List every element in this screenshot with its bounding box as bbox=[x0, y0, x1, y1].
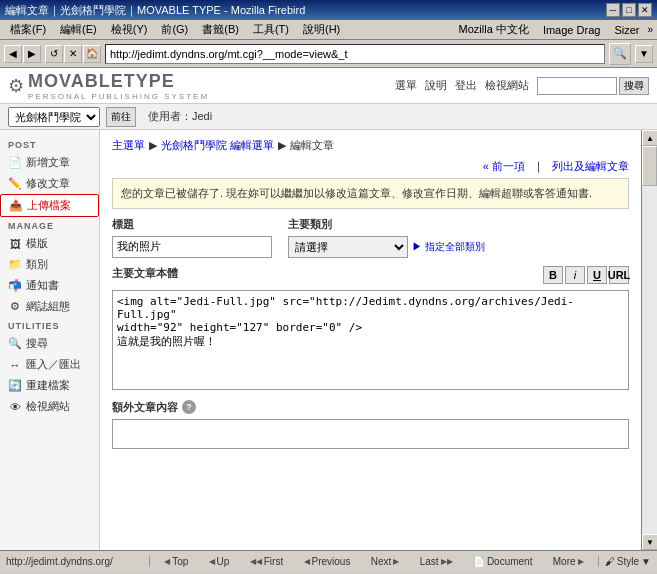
sidebar-item-templates[interactable]: 🖼 模版 bbox=[0, 233, 99, 254]
nav-logout[interactable]: 登出 bbox=[455, 78, 477, 93]
extended-textarea[interactable] bbox=[112, 419, 629, 449]
mt-nav: 選單 說明 登出 檢視網站 搜尋 bbox=[395, 77, 649, 95]
blog-select[interactable]: 光劍格鬥學院 bbox=[8, 107, 100, 127]
mt-header: ⚙ MOVABLETYPE PERSONAL PUBLISHING SYSTEM… bbox=[0, 68, 657, 104]
sidebar-item-config[interactable]: ⚙ 網誌組態 bbox=[0, 296, 99, 317]
config-icon: ⚙ bbox=[8, 300, 22, 314]
bold-btn[interactable]: B bbox=[543, 266, 563, 284]
nav-next-icon: ▶ bbox=[393, 557, 399, 566]
list-link[interactable]: 列出及編輯文章 bbox=[552, 159, 629, 174]
breadcrumb-home[interactable]: 主選單 bbox=[112, 138, 145, 153]
breadcrumb-current: 編輯文章 bbox=[290, 138, 334, 153]
scroll-track[interactable] bbox=[642, 146, 657, 534]
address-bar[interactable] bbox=[105, 44, 605, 64]
forward-btn[interactable]: ▶ bbox=[23, 45, 41, 63]
nav-document[interactable]: 📄 Document bbox=[473, 556, 533, 567]
menu-imagedrag[interactable]: Image Drag bbox=[537, 23, 606, 37]
sidebar-item-notifications[interactable]: 📬 通知書 bbox=[0, 275, 99, 296]
mt-search-input[interactable] bbox=[537, 77, 617, 95]
import-icon: ↔ bbox=[8, 358, 22, 372]
style-label: Style bbox=[617, 556, 639, 567]
style-chevron: ▼ bbox=[641, 556, 651, 567]
sidebar: POST 📄 新增文章 ✏️ 修改文章 📤 上傳檔案 MANAGE 🖼 模版 📁… bbox=[0, 130, 100, 550]
nav-last[interactable]: Last ▶▶ bbox=[420, 556, 453, 567]
search-btn[interactable]: 🔍 bbox=[609, 43, 631, 65]
menu-sizer[interactable]: Sizer bbox=[608, 23, 645, 37]
nav-previous[interactable]: ◀ Previous bbox=[304, 556, 351, 567]
scroll-up-btn[interactable]: ▲ bbox=[642, 130, 657, 146]
maximize-btn[interactable]: □ bbox=[622, 3, 636, 17]
sidebar-section-utilities: UTILITIES bbox=[0, 317, 99, 333]
nav-up[interactable]: ◀ Up bbox=[209, 556, 230, 567]
breadcrumb-blog[interactable]: 光劍格鬥學院 編輯選單 bbox=[161, 138, 274, 153]
menu-help[interactable]: 說明(H) bbox=[297, 21, 346, 38]
options-btn[interactable]: ▼ bbox=[635, 45, 653, 63]
sidebar-label-config: 網誌組態 bbox=[26, 299, 70, 314]
sidebar-item-categories[interactable]: 📁 類別 bbox=[0, 254, 99, 275]
sidebar-section-manage: MANAGE bbox=[0, 217, 99, 233]
nav-view-site[interactable]: 檢視網站 bbox=[485, 78, 529, 93]
italic-btn[interactable]: i bbox=[565, 266, 585, 284]
search-icon: 🔍 bbox=[8, 337, 22, 351]
underline-btn[interactable]: U bbox=[587, 266, 607, 284]
menu-mozilla[interactable]: Mozilla 中文化 bbox=[453, 21, 535, 38]
body-toolbar: B i U URL bbox=[543, 266, 629, 284]
stop-btn[interactable]: ✕ bbox=[64, 45, 82, 63]
nav-top[interactable]: ◀ Top bbox=[164, 556, 188, 567]
menu-bookmarks[interactable]: 書籤(B) bbox=[196, 21, 245, 38]
assign-link[interactable]: ▶ 指定全部類別 bbox=[412, 240, 485, 254]
actions-row: « 前一項 ｜ 列出及編輯文章 bbox=[112, 159, 629, 174]
sidebar-item-rebuild[interactable]: 🔄 重建檔案 bbox=[0, 375, 99, 396]
title-bar: 編輯文章｜光劍格鬥學院｜MOVABLE TYPE - Mozilla Fireb… bbox=[0, 0, 657, 20]
sidebar-item-view-site[interactable]: 👁 檢視網站 bbox=[0, 396, 99, 417]
user-name: Jedi bbox=[192, 110, 212, 122]
back-btn[interactable]: ◀ bbox=[4, 45, 22, 63]
nav-help[interactable]: 說明 bbox=[425, 78, 447, 93]
help-icon[interactable]: ? bbox=[182, 400, 196, 414]
menu-file[interactable]: 檔案(F) bbox=[4, 21, 52, 38]
menu-overflow[interactable]: » bbox=[647, 24, 653, 35]
nav-top-icon: ◀ bbox=[164, 557, 170, 566]
sidebar-item-import[interactable]: ↔ 匯入／匯出 bbox=[0, 354, 99, 375]
style-selector[interactable]: 🖌 Style ▼ bbox=[599, 556, 657, 567]
mt-search-button[interactable]: 搜尋 bbox=[619, 77, 649, 95]
category-row: 請選擇 ▶ 指定全部類別 bbox=[288, 236, 485, 258]
title-input[interactable] bbox=[112, 236, 272, 258]
window-controls[interactable]: ─ □ ✕ bbox=[606, 3, 652, 17]
sidebar-label-templates: 模版 bbox=[26, 236, 48, 251]
notice-box: 您的文章已被儲存了. 現在妳可以繼繼加以修改這篇文章、修改宣作日期、編輯超聯或客… bbox=[112, 178, 629, 209]
menu-go[interactable]: 前(G) bbox=[155, 21, 194, 38]
close-btn[interactable]: ✕ bbox=[638, 3, 652, 17]
menu-tools[interactable]: 工具(T) bbox=[247, 21, 295, 38]
sidebar-item-upload[interactable]: 📤 上傳檔案 bbox=[0, 194, 99, 217]
nav-next[interactable]: Next ▶ bbox=[371, 556, 400, 567]
nav-document-label: Document bbox=[487, 556, 533, 567]
mt-logo-text: MOVABLETYPE bbox=[28, 71, 209, 92]
address-input[interactable] bbox=[110, 48, 600, 60]
category-select[interactable]: 請選擇 bbox=[288, 236, 408, 258]
nav-prev-label: Previous bbox=[312, 556, 351, 567]
body-textarea[interactable]: <img alt="Jedi-Full.jpg" src="http://Jed… bbox=[112, 290, 629, 390]
rebuild-icon: 🔄 bbox=[8, 379, 22, 393]
url-btn[interactable]: URL bbox=[609, 266, 629, 284]
sidebar-label-rebuild: 重建檔案 bbox=[26, 378, 70, 393]
blog-edit-btn[interactable]: 前往 bbox=[106, 107, 136, 127]
sidebar-item-search[interactable]: 🔍 搜尋 bbox=[0, 333, 99, 354]
minimize-btn[interactable]: ─ bbox=[606, 3, 620, 17]
sidebar-item-edit-post[interactable]: ✏️ 修改文章 bbox=[0, 173, 99, 194]
prev-link[interactable]: « 前一項 bbox=[483, 159, 525, 174]
nav-menu[interactable]: 選單 bbox=[395, 78, 417, 93]
sidebar-label-edit-post: 修改文章 bbox=[26, 176, 70, 191]
menu-view[interactable]: 檢視(Y) bbox=[105, 21, 154, 38]
menu-edit[interactable]: 編輯(E) bbox=[54, 21, 103, 38]
nav-more[interactable]: More ▶ bbox=[553, 556, 584, 567]
scroll-down-btn[interactable]: ▼ bbox=[642, 534, 657, 550]
sidebar-item-new-post[interactable]: 📄 新增文章 bbox=[0, 152, 99, 173]
main-layout: POST 📄 新增文章 ✏️ 修改文章 📤 上傳檔案 MANAGE 🖼 模版 📁… bbox=[0, 130, 657, 550]
reload-btn[interactable]: ↺ bbox=[45, 45, 63, 63]
sidebar-label-import: 匯入／匯出 bbox=[26, 357, 81, 372]
user-info: 使用者：Jedi bbox=[148, 109, 212, 124]
scroll-thumb[interactable] bbox=[642, 146, 657, 186]
nav-first[interactable]: ◀◀ First bbox=[250, 556, 283, 567]
home-btn[interactable]: 🏠 bbox=[83, 45, 101, 63]
